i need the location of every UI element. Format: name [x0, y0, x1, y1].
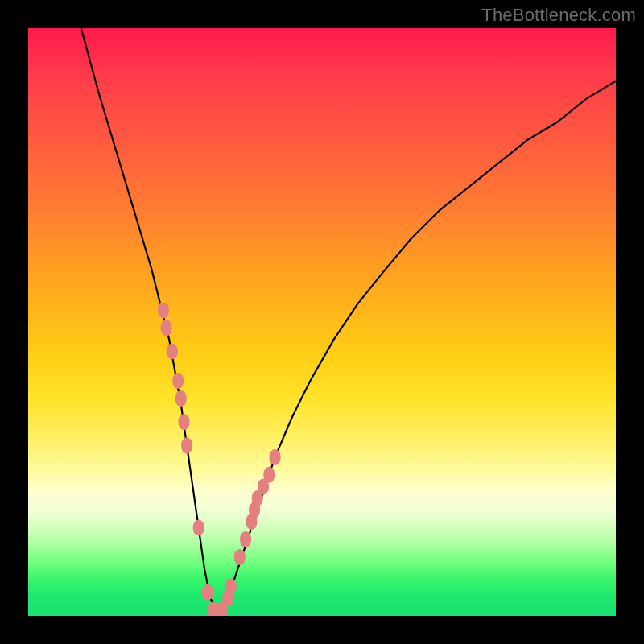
marker-point: [181, 437, 192, 453]
marker-point: [161, 320, 172, 336]
scatter-markers: [158, 302, 281, 616]
marker-point: [179, 414, 190, 430]
watermark-text: TheBottleneck.com: [481, 5, 636, 26]
marker-point: [225, 579, 237, 595]
chart-frame: TheBottleneck.com: [0, 0, 644, 644]
marker-point: [193, 520, 204, 536]
marker-point: [270, 449, 281, 465]
curve-line: [81, 28, 616, 610]
marker-point: [263, 467, 275, 483]
marker-point: [240, 531, 251, 547]
plot-area: [28, 28, 616, 616]
marker-point: [158, 302, 169, 318]
marker-point: [172, 373, 184, 389]
chart-svg: [28, 28, 616, 616]
marker-point: [234, 549, 246, 565]
marker-point: [167, 344, 178, 360]
marker-point: [202, 584, 213, 601]
marker-point: [175, 390, 187, 407]
